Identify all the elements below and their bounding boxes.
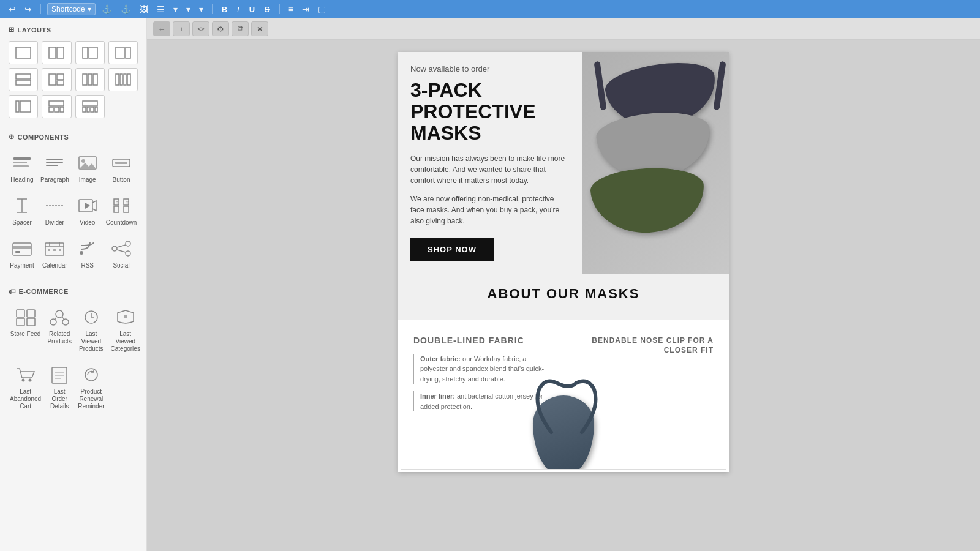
- mask-top-strap-right: [713, 61, 726, 111]
- paragraph-label: Paragraph: [40, 176, 69, 184]
- last-abandoned-cart-label: Last Abandoned Cart: [10, 388, 41, 410]
- store-feed-icon: [13, 306, 38, 328]
- component-store-feed[interactable]: Store Feed: [9, 302, 42, 356]
- layout-1col[interactable]: [9, 41, 38, 64]
- dropdown2-icon[interactable]: ▾: [184, 3, 193, 15]
- component-heading[interactable]: Heading: [9, 148, 36, 187]
- dropdown3-icon[interactable]: ▾: [197, 3, 206, 15]
- redo-icon[interactable]: ↪: [22, 3, 34, 15]
- component-divider[interactable]: Divider: [39, 191, 70, 230]
- svg-rect-27: [87, 107, 89, 112]
- component-last-viewed-products[interactable]: Last Viewed Products: [77, 302, 105, 356]
- shop-now-button[interactable]: SHOP NOW: [410, 238, 494, 261]
- svg-rect-61: [59, 249, 61, 251]
- social-icon: [109, 238, 134, 260]
- payment-label: Payment: [10, 262, 34, 269]
- detail-inner-label: Inner liner:: [420, 392, 455, 400]
- mask-top-strap-left: [594, 61, 606, 111]
- underline-button[interactable]: U: [246, 4, 258, 15]
- layout-4col[interactable]: [108, 68, 138, 91]
- last-order-details-label: Last Order Details: [47, 388, 72, 410]
- component-calendar[interactable]: Calendar: [39, 234, 70, 273]
- delete-button[interactable]: ✕: [251, 21, 268, 36]
- layout-1col-b[interactable]: [9, 68, 38, 91]
- product-image-area: [582, 52, 729, 274]
- svg-rect-31: [13, 162, 27, 163]
- svg-rect-4: [89, 47, 97, 58]
- image-icon[interactable]: 🖼: [137, 3, 151, 15]
- settings-button[interactable]: ⚙: [212, 21, 229, 36]
- layout-2col[interactable]: [42, 41, 71, 64]
- component-countdown[interactable]: hm Countdown: [105, 191, 138, 230]
- svg-point-37: [81, 159, 85, 163]
- component-payment[interactable]: Payment: [9, 234, 36, 273]
- shortcode-dropdown[interactable]: Shortcode ▾: [47, 3, 96, 15]
- back-button[interactable]: ←: [153, 21, 170, 36]
- layout-3col[interactable]: [75, 68, 105, 91]
- about-title: ABOUT OUR MASKS: [410, 286, 717, 302]
- layout-2col-b[interactable]: [42, 68, 71, 91]
- component-last-order-details[interactable]: Last Order Details: [46, 360, 73, 414]
- undo-icon[interactable]: ↩: [6, 3, 18, 15]
- layouts-section-title: ⊞ LAYOUTS: [0, 18, 146, 37]
- svg-rect-35: [46, 165, 58, 166]
- svg-rect-25: [83, 101, 97, 106]
- component-video[interactable]: Video: [74, 191, 101, 230]
- divider-label: Divider: [45, 219, 64, 227]
- italic-button[interactable]: I: [234, 4, 243, 15]
- rss-label: RSS: [81, 262, 94, 269]
- product-text-area: Now available to order 3-PACK PROTECTIVE…: [398, 52, 582, 274]
- component-related-products[interactable]: Related Products: [46, 302, 73, 356]
- bold-button[interactable]: B: [219, 4, 230, 15]
- component-social[interactable]: Social: [105, 234, 138, 273]
- svg-rect-68: [17, 310, 24, 317]
- svg-rect-71: [27, 318, 35, 326]
- strikethrough-button[interactable]: S: [262, 4, 273, 15]
- copy-button[interactable]: ⧉: [232, 21, 249, 36]
- component-image[interactable]: Image: [74, 148, 101, 187]
- product-desc-1: Our mission has always been to make life…: [410, 153, 570, 186]
- svg-rect-70: [17, 318, 24, 326]
- svg-rect-21: [49, 101, 64, 106]
- sidebar: ⊞ LAYOUTS: [0, 18, 147, 551]
- layout-sidebar-left[interactable]: [9, 95, 38, 118]
- product-renewal-icon: [79, 364, 104, 386]
- video-label: Video: [80, 219, 95, 227]
- svg-rect-54: [15, 251, 20, 253]
- component-last-abandoned-cart[interactable]: Last Abandoned Cart: [9, 360, 42, 414]
- component-spacer[interactable]: Spacer: [9, 191, 36, 230]
- last-viewed-categories-icon: [113, 306, 138, 328]
- svg-rect-23: [55, 107, 59, 112]
- component-paragraph[interactable]: Paragraph: [39, 148, 70, 187]
- detail-fabric-title: DOUBLE-LINED FABRIC: [413, 335, 549, 345]
- divider-icon: [42, 195, 67, 217]
- anchor-icon[interactable]: ⚓: [118, 3, 134, 15]
- about-section: ABOUT OUR MASKS: [398, 274, 729, 320]
- svg-rect-69: [27, 310, 35, 317]
- dropdown1-icon[interactable]: ▾: [171, 3, 180, 15]
- add-block-button[interactable]: +: [173, 21, 190, 36]
- box-icon[interactable]: ▢: [315, 3, 328, 15]
- component-rss[interactable]: RSS: [74, 234, 101, 273]
- list-icon[interactable]: ☰: [154, 3, 167, 15]
- component-button[interactable]: Button: [105, 148, 138, 187]
- svg-rect-49: [124, 206, 129, 212]
- svg-rect-34: [46, 162, 63, 163]
- code-button[interactable]: <>: [192, 21, 209, 36]
- indent-icon[interactable]: ⇥: [300, 3, 312, 15]
- layout-4col-b[interactable]: [75, 95, 105, 118]
- layout-3col-b[interactable]: [42, 95, 71, 118]
- svg-rect-13: [88, 74, 92, 85]
- sub-toolbar: ← + <> ⚙ ⧉ ✕: [147, 18, 980, 40]
- svg-point-78: [124, 315, 127, 318]
- component-product-renewal[interactable]: Product Renewal Reminder: [77, 360, 105, 414]
- component-last-viewed-categories[interactable]: Last Viewed Categories: [110, 302, 141, 356]
- layout-2col-uneven[interactable]: [75, 41, 105, 64]
- align-icon[interactable]: ≡: [286, 3, 296, 15]
- separator-3: [279, 4, 280, 14]
- layout-sidebar-right[interactable]: [108, 41, 138, 64]
- link-icon[interactable]: ⚓: [99, 3, 115, 15]
- svg-rect-28: [91, 107, 94, 112]
- mask-detail-strap-svg: [521, 377, 606, 438]
- svg-rect-60: [53, 249, 56, 251]
